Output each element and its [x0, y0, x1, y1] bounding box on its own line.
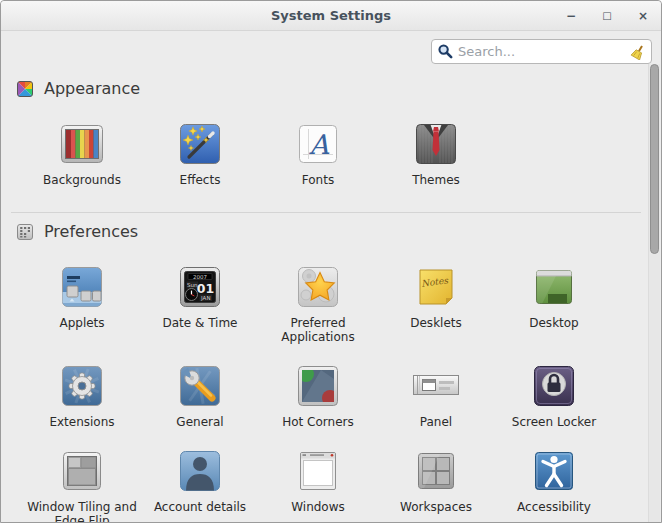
- item-themes[interactable]: Themes: [377, 120, 495, 187]
- item-workspaces[interactable]: Workspaces: [377, 447, 495, 523]
- svg-text:2007: 2007: [193, 274, 207, 280]
- desklets-icon: Notes: [412, 263, 460, 311]
- maximize-button[interactable]: □: [601, 11, 613, 21]
- extensions-icon: [58, 362, 106, 410]
- search-box[interactable]: [431, 39, 652, 64]
- section-header-preferences: Preferences: [17, 222, 661, 241]
- item-label: Accessibility: [517, 500, 591, 514]
- item-label: Hot Corners: [282, 415, 354, 429]
- desktop-icon: [530, 263, 578, 311]
- section-title-preferences: Preferences: [44, 222, 138, 241]
- item-screen-locker[interactable]: Screen Locker: [495, 362, 613, 429]
- panel-icon: [412, 362, 460, 410]
- svg-text:A: A: [308, 129, 330, 160]
- window-controls: − □ ×: [565, 1, 649, 30]
- item-general[interactable]: General: [141, 362, 259, 429]
- item-backgrounds[interactable]: Backgrounds: [23, 120, 141, 187]
- item-label: Fonts: [302, 173, 334, 187]
- system-settings-window: System Settings − □ × Appearance Backgro: [0, 0, 662, 523]
- item-hot-corners[interactable]: Hot Corners: [259, 362, 377, 429]
- item-fonts[interactable]: A Fonts: [259, 120, 377, 187]
- workspaces-icon: [412, 447, 460, 495]
- search-input[interactable]: [454, 44, 630, 59]
- item-label: Windows: [291, 500, 345, 514]
- preferred-applications-icon: [294, 263, 342, 311]
- preferences-grid: Applets 2007 Sun 01 JAN Date & Time Pref…: [23, 263, 615, 523]
- screen-locker-icon: [530, 362, 578, 410]
- themes-icon: [412, 120, 460, 168]
- section-title-appearance: Appearance: [44, 79, 140, 98]
- effects-icon: [176, 120, 224, 168]
- item-label: Desktop: [529, 316, 579, 330]
- scrollbar-track[interactable]: [648, 64, 660, 522]
- item-label: Applets: [59, 316, 104, 330]
- item-label: Themes: [412, 173, 460, 187]
- backgrounds-icon: [58, 120, 106, 168]
- item-applets[interactable]: Applets: [23, 263, 141, 344]
- appearance-grid: Backgrounds Effects A Fonts Themes: [23, 120, 615, 187]
- preferences-section-icon: [17, 224, 33, 240]
- item-label: Backgrounds: [43, 173, 121, 187]
- accessibility-icon: [530, 447, 578, 495]
- applets-icon: [58, 263, 106, 311]
- hot-corners-icon: [294, 362, 342, 410]
- appearance-section-icon: [17, 81, 33, 97]
- item-label: Screen Locker: [512, 415, 596, 429]
- close-button[interactable]: ×: [637, 10, 649, 22]
- broom-clear-icon[interactable]: [630, 44, 646, 60]
- item-label: Workspaces: [400, 500, 472, 514]
- account-details-icon: [176, 447, 224, 495]
- item-label: Account details: [154, 500, 246, 514]
- fonts-icon: A: [294, 120, 342, 168]
- section-header-appearance: Appearance: [17, 79, 661, 98]
- item-label: Panel: [420, 415, 452, 429]
- scrollbar-thumb[interactable]: [650, 64, 659, 254]
- search-icon: [437, 43, 454, 60]
- window-title: System Settings: [271, 8, 391, 23]
- item-effects[interactable]: Effects: [141, 120, 259, 187]
- item-preferred-applications[interactable]: Preferred Applications: [259, 263, 377, 344]
- item-account-details[interactable]: Account details: [141, 447, 259, 523]
- item-label: Effects: [180, 173, 221, 187]
- item-accessibility[interactable]: Accessibility: [495, 447, 613, 523]
- item-desktop[interactable]: Desktop: [495, 263, 613, 344]
- svg-text:JAN: JAN: [200, 295, 210, 302]
- item-extensions[interactable]: Extensions: [23, 362, 141, 429]
- item-label: Extensions: [49, 415, 114, 429]
- item-label: Date & Time: [162, 316, 237, 330]
- item-panel[interactable]: Panel: [377, 362, 495, 429]
- item-label: General: [176, 415, 223, 429]
- window-tiling-icon: [58, 447, 106, 495]
- item-desklets[interactable]: Notes Desklets: [377, 263, 495, 344]
- minimize-button[interactable]: −: [565, 10, 577, 22]
- item-window-tiling-and-edge-flip[interactable]: Window Tiling and Edge Flip: [23, 447, 141, 523]
- item-label: Preferred Applications: [259, 316, 377, 344]
- item-label: Window Tiling and Edge Flip: [23, 500, 141, 523]
- windows-icon: [294, 447, 342, 495]
- item-date-time[interactable]: 2007 Sun 01 JAN Date & Time: [141, 263, 259, 344]
- datetime-icon: 2007 Sun 01 JAN: [176, 263, 224, 311]
- settings-categories: Appearance Backgrounds Effects A Fonts: [1, 79, 661, 523]
- section-divider: [11, 212, 641, 213]
- item-windows[interactable]: Windows: [259, 447, 377, 523]
- svg-text:01: 01: [197, 281, 214, 296]
- general-icon: [176, 362, 224, 410]
- item-label: Desklets: [410, 316, 462, 330]
- titlebar[interactable]: System Settings − □ ×: [1, 1, 661, 31]
